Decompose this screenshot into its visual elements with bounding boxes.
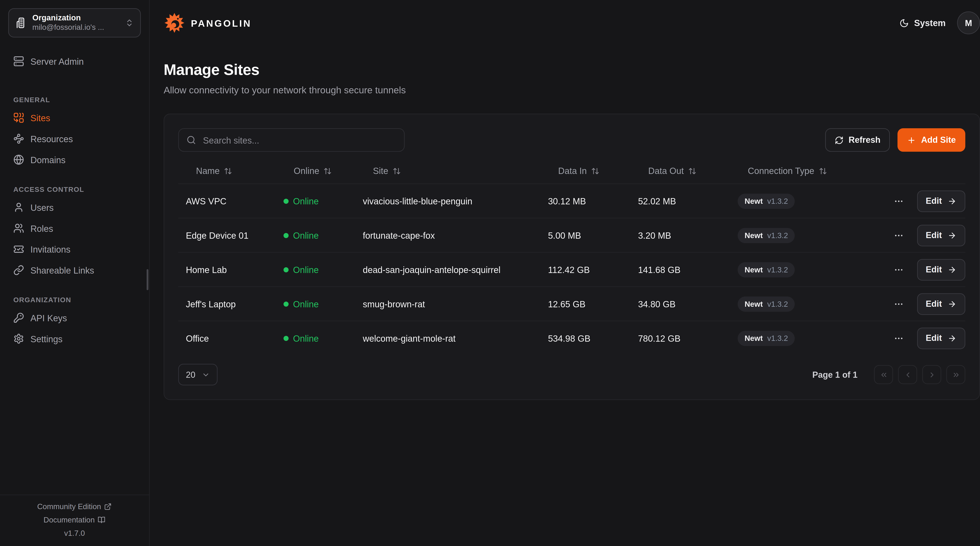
site-id-cell: vivacious-little-blue-penguin [355,184,540,218]
page-indicator: Page 1 of 1 [812,370,858,380]
add-site-button[interactable]: Add Site [898,128,965,152]
sort-icon [224,167,232,175]
next-page-button[interactable] [922,365,941,384]
edit-button[interactable]: Edit [917,327,966,349]
prev-page-button[interactable] [898,365,917,384]
column-header-online[interactable]: Online [276,158,355,184]
edit-button[interactable]: Edit [917,190,966,212]
data-in-cell: 12.65 GB [540,287,630,321]
site-id-cell: dead-san-joaquin-antelope-squirrel [355,252,540,287]
data-out-cell: 52.02 MB [630,184,730,218]
sidebar-item-roles[interactable]: Roles [8,218,141,239]
online-status-dot [283,233,288,238]
server-icon [13,56,24,67]
row-actions-cell: Edit [876,252,965,287]
edit-button[interactable]: Edit [917,224,966,246]
sort-icon [393,167,401,175]
sidebar-item-invitations[interactable]: Invitations [8,239,141,260]
sidebar-item-settings[interactable]: Settings [8,328,141,349]
edit-button[interactable]: Edit [917,259,966,280]
sidebar-item-users[interactable]: Users [8,197,141,218]
row-menu-button[interactable] [890,261,907,278]
sidebar-item-label: Settings [30,334,62,344]
online-status-dot [283,267,288,272]
external-link-icon [104,503,112,511]
site-id-cell: welcome-giant-mole-rat [355,321,540,355]
arrow-right-icon [948,334,956,342]
search-box [178,128,404,152]
theme-toggle[interactable]: System [899,18,946,28]
sidebar-item-sites[interactable]: Sites [8,107,141,128]
brand-name: PANGOLIN [191,18,252,28]
sidebar-footer: Community Edition Documentation v1.7.0 [0,495,149,546]
moon-icon [899,18,909,28]
site-status-cell: Online [276,287,355,321]
main-area: PANGOLIN System M Manage Sites Allow con… [150,0,980,546]
page-title: Manage Sites [164,61,980,79]
chevrons-up-down-icon [125,18,134,27]
gear-icon [13,334,24,344]
row-menu-button[interactable] [890,193,907,209]
row-actions-cell: Edit [876,184,965,218]
sidebar-item-resources[interactable]: Resources [8,128,141,149]
column-header-data-in[interactable]: Data In [540,158,630,184]
column-header-site[interactable]: Site [355,158,540,184]
sort-icon [591,167,599,175]
pangolin-logo-icon [164,12,185,34]
sidebar-item-domains[interactable]: Domains [8,149,141,170]
key-icon [13,313,24,323]
documentation-link[interactable]: Documentation [43,516,105,524]
site-status-cell: Online [276,321,355,355]
chevron-down-icon [202,370,210,379]
topbar: PANGOLIN System M [150,0,980,46]
app-version: v1.7.0 [64,529,85,538]
sidebar-item-shareable-links[interactable]: Shareable Links [8,260,141,281]
app: Organization milo@fossorial.io's ... Ser… [0,0,980,546]
site-status-cell: Online [276,218,355,252]
book-open-icon [98,516,106,524]
sidebar-item-label: Server Admin [30,56,84,66]
combine-icon [13,112,24,123]
sidebar-nav: Server Admin GENERAL Sites Resources Dom… [0,46,149,495]
first-page-button[interactable] [874,365,893,384]
sidebar-item-label: Domains [30,155,65,165]
card-footer: 20 Page 1 of 1 [178,364,965,385]
arrow-right-icon [948,231,956,239]
table-row: Office Online welcome-giant-mole-rat 534… [178,321,965,355]
edit-button[interactable]: Edit [917,293,966,315]
sidebar-scrollbar-thumb[interactable] [146,269,149,290]
table-row: Home Lab Online dead-san-joaquin-antelop… [178,252,965,287]
column-header-name[interactable]: Name [178,158,276,184]
org-switcher-value: milo@fossorial.io's ... [32,23,119,33]
page-size-select[interactable]: 20 [178,364,218,385]
sidebar-item-server-admin[interactable]: Server Admin [8,51,141,72]
sidebar-item-api-keys[interactable]: API Keys [8,307,141,328]
chevrons-left-icon [880,370,888,379]
sidebar-section-access-control: ACCESS CONTROL [8,185,141,193]
sort-icon [324,167,332,175]
avatar[interactable]: M [957,11,980,34]
site-status-cell: Online [276,252,355,287]
refresh-button[interactable]: Refresh [825,128,890,152]
community-edition-link[interactable]: Community Edition [37,502,112,511]
column-header-data-out[interactable]: Data Out [630,158,730,184]
page-content: Manage Sites Allow connectivity to your … [150,46,980,400]
globe-icon [13,154,24,165]
search-input[interactable] [202,134,396,146]
connection-type-cell: Newtv1.3.2 [730,218,876,252]
org-switcher-label: Organization [32,13,119,23]
row-menu-button[interactable] [890,227,907,243]
card-toolbar: Refresh Add Site [178,128,965,152]
org-switcher[interactable]: Organization milo@fossorial.io's ... [8,8,141,37]
sidebar-item-label: Users [30,202,54,212]
sites-table: Name Online Site Data In Data Out Connec… [178,158,965,355]
page-subtitle: Allow connectivity to your network throu… [164,85,980,95]
sidebar-section-general: GENERAL [8,96,141,104]
brand-logo[interactable]: PANGOLIN [164,12,252,34]
ellipsis-icon [893,299,904,309]
data-in-cell: 30.12 MB [540,184,630,218]
column-header-connection-type[interactable]: Connection Type [730,158,876,184]
row-menu-button[interactable] [890,330,907,346]
last-page-button[interactable] [946,365,965,384]
row-menu-button[interactable] [890,295,907,312]
